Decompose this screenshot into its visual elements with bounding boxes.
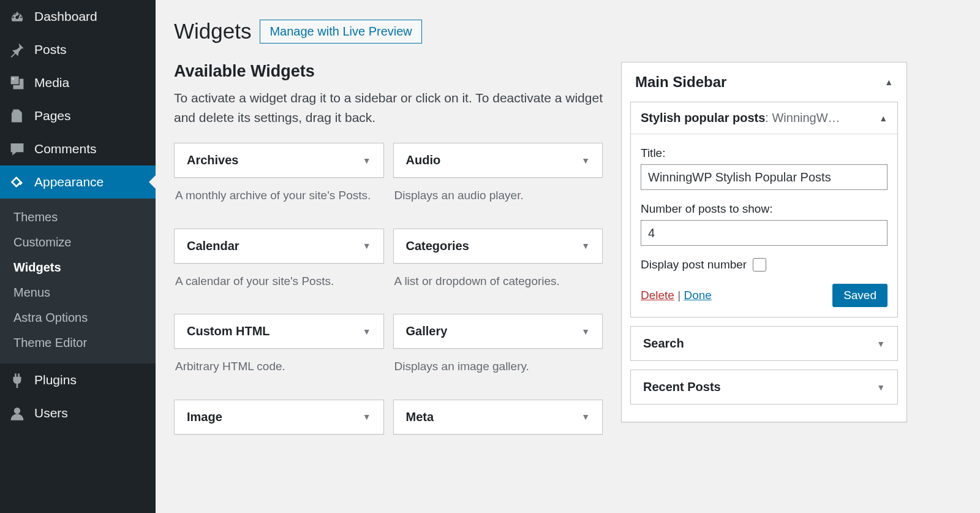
widget-description: A list or dropdown of categories. xyxy=(393,264,603,305)
widget-meta[interactable]: Meta ▼ xyxy=(393,400,603,435)
chevron-down-icon: ▼ xyxy=(363,412,371,422)
menu-item-plugins[interactable]: Plugins xyxy=(0,363,156,397)
sidebar-area-title: Main Sidebar xyxy=(635,74,726,91)
widget-form-actions: Delete | Done Saved xyxy=(641,284,888,307)
users-icon xyxy=(9,405,26,422)
chevron-down-icon: ▼ xyxy=(363,156,371,165)
menu-label: Users xyxy=(34,406,68,420)
available-widgets-title: Available Widgets xyxy=(174,62,603,81)
submenu-item-theme-editor[interactable]: Theme Editor xyxy=(0,330,156,355)
done-link[interactable]: Done xyxy=(684,289,711,302)
menu-item-appearance[interactable]: Appearance xyxy=(0,165,156,199)
chevron-down-icon: ▼ xyxy=(581,241,590,251)
chevron-down-icon: ▼ xyxy=(581,156,590,165)
submenu-item-customize[interactable]: Customize xyxy=(0,230,156,255)
menu-item-dashboard[interactable]: Dashboard xyxy=(0,0,156,33)
widget-title: Meta xyxy=(406,410,434,424)
widget-categories[interactable]: Categories ▼ xyxy=(393,229,603,264)
plugins-icon xyxy=(9,371,26,389)
widget-description: Displays an audio player. xyxy=(393,178,603,219)
widget-title: Image xyxy=(187,410,222,424)
available-widgets-description: To activate a widget drag it to a sideba… xyxy=(174,88,603,127)
menu-label: Media xyxy=(34,75,69,90)
count-input[interactable] xyxy=(641,220,888,246)
pages-icon xyxy=(9,107,26,124)
widget-form: Title: Number of posts to show: Display … xyxy=(631,134,897,317)
menu-label: Plugins xyxy=(34,373,77,387)
comments-icon xyxy=(9,140,26,158)
placed-widget-title: Search xyxy=(643,336,684,351)
menu-label: Appearance xyxy=(34,175,104,189)
sidebar-area-main: Main Sidebar ▲ Stylish popular posts: Wi… xyxy=(621,62,907,422)
placed-widget-stylish-popular-posts: Stylish popular posts: WinningW… ▲ Title… xyxy=(630,102,898,317)
widget-description: A monthly archive of your site's Posts. xyxy=(174,178,384,219)
widget-custom-html[interactable]: Custom HTML ▼ xyxy=(174,314,384,349)
menu-label: Comments xyxy=(34,142,97,156)
widget-title: Calendar xyxy=(187,239,239,253)
display-number-checkbox[interactable] xyxy=(753,258,766,272)
placed-widget-title: Stylish popular posts: WinningW… xyxy=(641,111,840,125)
menu-label: Dashboard xyxy=(34,9,97,24)
widget-archives[interactable]: Archives ▼ xyxy=(174,143,384,178)
widget-title: Archives xyxy=(187,153,239,167)
widget-title: Categories xyxy=(406,239,469,253)
title-label: Title: xyxy=(641,146,888,160)
submenu-item-widgets[interactable]: Widgets xyxy=(0,255,156,280)
saved-button[interactable]: Saved xyxy=(832,284,888,307)
chevron-down-icon: ▼ xyxy=(363,327,371,336)
appearance-submenu: Themes Customize Widgets Menus Astra Opt… xyxy=(0,199,156,363)
chevron-down-icon: ▼ xyxy=(876,339,885,349)
placed-widget-recent-posts[interactable]: Recent Posts ▼ xyxy=(630,370,898,405)
separator: | xyxy=(674,289,684,302)
submenu-item-astra-options[interactable]: Astra Options xyxy=(0,305,156,330)
count-label: Number of posts to show: xyxy=(641,202,888,216)
menu-item-users[interactable]: Users xyxy=(0,397,156,430)
chevron-up-icon: ▲ xyxy=(884,77,893,87)
dashboard-icon xyxy=(9,8,26,25)
menu-item-pages[interactable]: Pages xyxy=(0,99,156,132)
widget-description: Arbitrary HTML code. xyxy=(174,349,384,390)
appearance-icon xyxy=(9,173,26,191)
widget-title: Custom HTML xyxy=(187,324,270,338)
widget-description: A calendar of your site's Posts. xyxy=(174,264,384,305)
chevron-down-icon: ▼ xyxy=(581,327,590,336)
menu-item-comments[interactable]: Comments xyxy=(0,132,156,165)
widget-grid: Archives ▼ A monthly archive of your sit… xyxy=(174,143,603,435)
media-icon xyxy=(9,74,26,91)
widget-image[interactable]: Image ▼ xyxy=(174,400,384,435)
available-widgets-column: Available Widgets To activate a widget d… xyxy=(174,62,603,435)
widget-gallery[interactable]: Gallery ▼ xyxy=(393,314,603,349)
main-content: Widgets Manage with Live Preview Availab… xyxy=(156,0,980,513)
title-input[interactable] xyxy=(641,164,888,190)
submenu-item-themes[interactable]: Themes xyxy=(0,205,156,230)
menu-label: Posts xyxy=(34,42,67,57)
page-title: Widgets xyxy=(174,19,251,44)
widget-title: Gallery xyxy=(406,324,448,338)
chevron-down-icon: ▼ xyxy=(581,412,590,422)
chevron-down-icon: ▼ xyxy=(876,382,885,392)
submenu-item-menus[interactable]: Menus xyxy=(0,280,156,305)
sidebar-area-header[interactable]: Main Sidebar ▲ xyxy=(622,63,907,102)
widget-audio[interactable]: Audio ▼ xyxy=(393,143,603,178)
menu-item-media[interactable]: Media xyxy=(0,66,156,99)
menu-item-posts[interactable]: Posts xyxy=(0,33,156,66)
widget-calendar[interactable]: Calendar ▼ xyxy=(174,229,384,264)
svg-point-1 xyxy=(14,408,20,414)
admin-sidebar: Dashboard Posts Media Pages Comments App… xyxy=(0,0,156,513)
pin-icon xyxy=(9,41,26,58)
display-number-label: Display post number xyxy=(641,258,747,272)
title-row: Widgets Manage with Live Preview xyxy=(174,7,962,44)
placed-widget-search[interactable]: Search ▼ xyxy=(630,326,898,361)
placed-widget-title: Recent Posts xyxy=(643,380,721,394)
menu-label: Pages xyxy=(34,108,71,123)
manage-live-preview-button[interactable]: Manage with Live Preview xyxy=(260,20,421,44)
delete-link[interactable]: Delete xyxy=(641,289,674,302)
action-links: Delete | Done xyxy=(641,289,712,302)
placed-widget-header[interactable]: Stylish popular posts: WinningW… ▲ xyxy=(631,102,897,134)
chevron-up-icon: ▲ xyxy=(879,113,888,123)
sidebar-area-body: Stylish popular posts: WinningW… ▲ Title… xyxy=(622,102,907,422)
chevron-down-icon: ▼ xyxy=(363,241,371,251)
widget-description: Displays an image gallery. xyxy=(393,349,603,390)
widget-title: Audio xyxy=(406,153,441,167)
sidebar-area-column: Main Sidebar ▲ Stylish popular posts: Wi… xyxy=(621,62,907,435)
